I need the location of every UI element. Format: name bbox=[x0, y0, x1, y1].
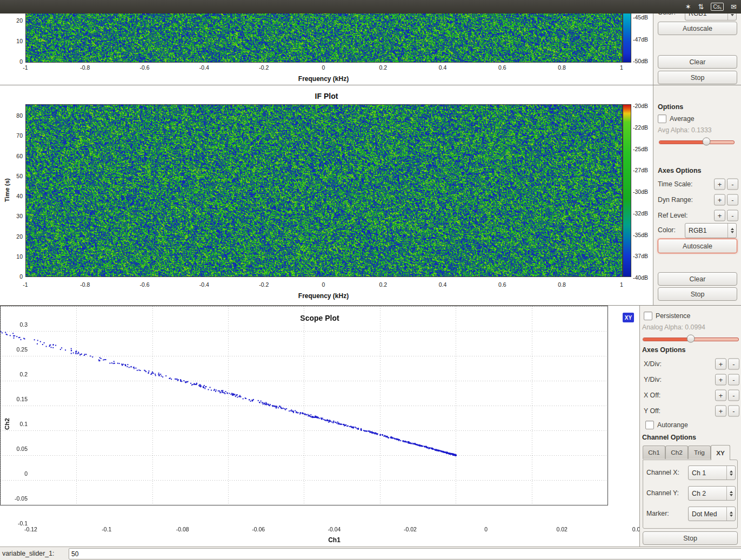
stop-button[interactable]: Stop bbox=[643, 531, 738, 545]
axes-option-row: Time Scale: + - bbox=[653, 176, 741, 192]
x-tick-label: -0.12 bbox=[19, 526, 43, 532]
decrement-button[interactable]: - bbox=[728, 389, 739, 401]
stop-button[interactable]: Stop bbox=[658, 287, 737, 301]
spinner-arrows-icon bbox=[727, 14, 736, 20]
analog-alpha-slider[interactable] bbox=[643, 335, 739, 342]
channel-y-value: Ch 2 bbox=[689, 490, 726, 497]
y-tick-label: 40 bbox=[11, 192, 23, 200]
autorange-checkbox-label: Autorange bbox=[657, 421, 688, 429]
marker-label: Marker: bbox=[646, 510, 669, 517]
increment-button[interactable]: + bbox=[715, 374, 726, 385]
marker-combobox[interactable]: Dot Med bbox=[688, 507, 736, 521]
autoscale-button[interactable]: Autoscale bbox=[658, 22, 737, 35]
x-tick-label: 0.6 bbox=[491, 64, 513, 71]
y-axis-label: Time (s) bbox=[4, 163, 11, 217]
spectrogram-canvas-top[interactable] bbox=[25, 14, 623, 63]
network-indicator-icon[interactable]: ✶ bbox=[685, 3, 691, 11]
y-tick-label: 20 bbox=[11, 232, 23, 241]
axes-option-row: X/Div: + - bbox=[640, 356, 741, 372]
slider-track[interactable] bbox=[659, 140, 735, 144]
application-window: ✶ ⇅ Cs₁ ✉ 20100 -1-0.8-0.6-0.4-0.200.20.… bbox=[0, 0, 741, 560]
x-tick-label: -0.04 bbox=[323, 526, 346, 532]
marker-value: Dot Med bbox=[689, 510, 726, 518]
color-row: Color: RGB1 bbox=[653, 14, 741, 20]
y-tick-label: 0.05 bbox=[7, 444, 28, 453]
x-axis-label: Frequency (kHz) bbox=[25, 75, 622, 83]
y-tick-label: 20 bbox=[13, 16, 23, 25]
variable-slider-label: variable_slider_1: bbox=[2, 547, 54, 560]
x-tick-label: 0.4 bbox=[432, 281, 453, 288]
y-tick-label: 0 bbox=[11, 272, 23, 281]
analog-alpha-label: Analog Alpha: 0.0994 bbox=[642, 323, 705, 331]
channel-options-heading: Channel Options bbox=[642, 434, 696, 441]
x-axis-ticks: -1-0.8-0.6-0.4-0.200.20.40.60.81 bbox=[15, 281, 632, 288]
x-tick-label: 0.2 bbox=[372, 64, 394, 71]
mail-indicator-icon[interactable]: ✉ bbox=[731, 3, 737, 11]
persistence-checkbox-row: Persistence bbox=[644, 312, 690, 320]
x-tick-label: -0.6 bbox=[134, 64, 156, 71]
y-axis-ticks: 0.30.250.20.150.10.050-0.05-0.1 bbox=[7, 320, 28, 528]
decrement-button[interactable]: - bbox=[728, 405, 739, 416]
increment-button[interactable]: + bbox=[714, 178, 725, 190]
y-tick-label: 10 bbox=[13, 37, 23, 45]
if-waterfall-canvas[interactable] bbox=[25, 104, 623, 277]
decrement-button[interactable]: - bbox=[728, 374, 739, 385]
slider-handle[interactable] bbox=[687, 335, 695, 343]
increment-button[interactable]: + bbox=[715, 358, 726, 369]
decrement-button[interactable]: - bbox=[728, 358, 739, 369]
y-tick-label: 0.15 bbox=[7, 395, 28, 403]
x-axis-label: Ch1 bbox=[31, 536, 638, 544]
sync-indicator-icon[interactable]: ⇅ bbox=[698, 3, 704, 11]
x-tick-label: -0.02 bbox=[398, 526, 422, 532]
decrement-button[interactable]: - bbox=[727, 210, 738, 221]
x-tick-label: -0.2 bbox=[253, 281, 275, 288]
channel-y-combobox[interactable]: Ch 2 bbox=[688, 486, 736, 501]
tab-xy[interactable]: XY bbox=[711, 445, 730, 460]
x-tick-label: -0.4 bbox=[193, 281, 215, 288]
x-tick-label: 0.8 bbox=[551, 64, 573, 71]
axes-option-row: Dyn Range: + - bbox=[653, 192, 741, 207]
persistence-checkbox[interactable] bbox=[644, 312, 652, 320]
avg-alpha-slider[interactable] bbox=[659, 138, 735, 145]
increment-button[interactable]: + bbox=[715, 389, 726, 401]
decrement-button[interactable]: - bbox=[727, 194, 738, 205]
average-checkbox[interactable] bbox=[658, 114, 666, 123]
axes-options-heading: Axes Options bbox=[642, 346, 686, 354]
autoscale-button[interactable]: Autoscale bbox=[658, 239, 737, 253]
tab-ch1[interactable]: Ch1 bbox=[643, 446, 665, 459]
variable-slider-value-input[interactable] bbox=[69, 548, 741, 559]
stop-button[interactable]: Stop bbox=[658, 71, 737, 84]
autorange-checkbox[interactable] bbox=[645, 421, 654, 429]
x-axis-ticks: -1-0.8-0.6-0.4-0.200.20.40.60.81 bbox=[15, 64, 632, 71]
channel-x-combobox[interactable]: Ch 1 bbox=[688, 465, 736, 480]
avg-alpha-label: Avg Alpha: 0.1333 bbox=[658, 126, 712, 134]
x-tick-label: -0.08 bbox=[171, 526, 195, 532]
slider-fill bbox=[643, 338, 691, 341]
clear-button[interactable]: Clear bbox=[658, 55, 737, 69]
clear-button[interactable]: Clear bbox=[658, 272, 737, 286]
x-tick-label: -0.8 bbox=[74, 64, 96, 71]
tab-ch2[interactable]: Ch2 bbox=[665, 446, 688, 459]
decrement-button[interactable]: - bbox=[727, 178, 738, 190]
color-combobox[interactable]: RGB1 bbox=[685, 14, 737, 21]
tab-trig[interactable]: Trig bbox=[688, 446, 711, 459]
titlebar[interactable]: ✶ ⇅ Cs₁ ✉ bbox=[0, 0, 741, 14]
top-spectrogram-section: 20100 -1-0.8-0.6-0.4-0.200.20.40.60.81 F… bbox=[0, 14, 741, 85]
increment-button[interactable]: + bbox=[715, 405, 726, 416]
keyboard-layout-indicator[interactable]: Cs₁ bbox=[711, 3, 724, 11]
spinner-arrows-icon bbox=[726, 466, 735, 480]
x-tick-label: 0.6 bbox=[491, 281, 513, 288]
color-label: Color: bbox=[658, 14, 676, 16]
increment-button[interactable]: + bbox=[714, 210, 725, 221]
x-tick-label: -1 bbox=[15, 64, 36, 71]
axes-options-rows: Time Scale: + - Dyn Range: + - Ref Level… bbox=[653, 176, 741, 223]
axes-option-label: X Off: bbox=[644, 392, 660, 399]
y-tick-label: 60 bbox=[11, 152, 23, 160]
x-axis-label: Frequency (kHz) bbox=[25, 292, 622, 300]
variable-slider-bar: variable_slider_1: bbox=[0, 546, 741, 560]
scope-xy-canvas[interactable] bbox=[0, 306, 608, 505]
color-combobox[interactable]: RGB1 bbox=[685, 223, 737, 238]
increment-button[interactable]: + bbox=[714, 194, 725, 205]
slider-handle[interactable] bbox=[703, 138, 711, 146]
y-tick-label: 80 bbox=[11, 111, 23, 120]
